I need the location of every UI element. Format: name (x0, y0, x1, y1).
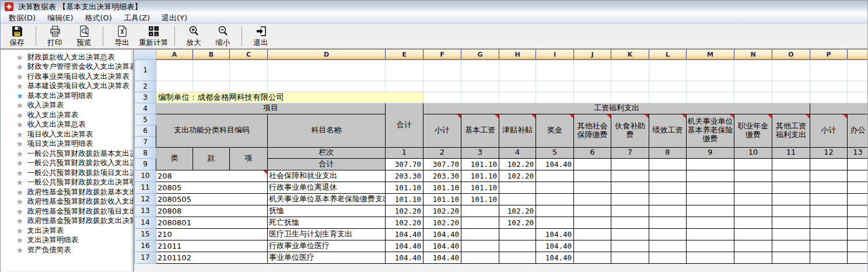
empty-cell[interactable] (734, 81, 772, 92)
sidebar-item-report[interactable]: ★政府性基金预算财政拨款支出决算明细表 (1, 217, 133, 226)
toolbar-button-print[interactable]: 打印 (40, 24, 69, 48)
value-cell[interactable]: 104.40 (386, 228, 424, 240)
empty-cell[interactable] (649, 92, 687, 103)
value-cell[interactable] (687, 205, 734, 217)
header-column-number[interactable]: 2 (424, 147, 461, 158)
value-cell[interactable]: 102.20 (499, 217, 536, 228)
value-cell[interactable] (772, 182, 810, 193)
sidebar-item-report[interactable]: ★资产负债简表 (1, 245, 133, 255)
empty-cell[interactable] (386, 81, 424, 92)
header-column-number[interactable]: 8 (649, 147, 687, 158)
value-cell[interactable] (499, 193, 536, 205)
empty-cell[interactable] (810, 81, 848, 92)
row-header[interactable]: 11 (135, 182, 156, 193)
value-cell[interactable]: 102.20 (386, 205, 424, 217)
value-cell[interactable] (611, 182, 649, 193)
empty-cell[interactable] (424, 81, 461, 92)
total-value-cell[interactable]: 102.20 (499, 158, 536, 170)
menu-item-d[interactable]: 数据(D) (3, 12, 41, 25)
header-column-number[interactable]: 11 (772, 147, 810, 158)
empty-cell[interactable] (810, 92, 848, 103)
value-cell[interactable] (649, 205, 687, 217)
empty-cell[interactable] (536, 81, 574, 92)
subject-name-cell[interactable]: 死亡抚恤 (268, 217, 386, 228)
value-cell[interactable] (687, 193, 734, 205)
value-cell[interactable] (848, 217, 868, 228)
empty-cell[interactable] (193, 81, 230, 92)
subject-name-cell[interactable]: 事业单位医疗 (268, 252, 386, 263)
value-cell[interactable] (734, 193, 772, 205)
subject-name-cell[interactable]: 医疗卫生与计划生育支出 (268, 228, 386, 240)
value-cell[interactable]: 104.40 (386, 252, 424, 263)
empty-cell[interactable] (499, 92, 536, 103)
column-header-J[interactable]: J (574, 50, 611, 60)
value-cell[interactable] (649, 170, 687, 182)
value-cell[interactable]: 101.10 (386, 182, 424, 193)
total-value-cell[interactable] (734, 158, 772, 170)
empty-cell[interactable] (611, 92, 649, 103)
total-value-cell[interactable] (574, 158, 611, 170)
value-cell[interactable]: 104.40 (424, 228, 461, 240)
value-cell[interactable] (810, 205, 848, 217)
value-cell[interactable] (611, 193, 649, 205)
row-header[interactable]: 12 (135, 193, 156, 205)
row-header[interactable]: 3 (135, 92, 156, 103)
header-column[interactable]: 绩效工资 (649, 114, 687, 147)
value-cell[interactable] (536, 170, 574, 182)
value-cell[interactable] (499, 182, 536, 193)
value-cell[interactable]: 104.40 (536, 240, 574, 252)
empty-cell[interactable] (536, 60, 574, 81)
code-cell[interactable]: 210 (156, 228, 268, 240)
value-cell[interactable]: 101.10 (424, 193, 461, 205)
value-cell[interactable] (772, 170, 810, 182)
empty-cell[interactable] (734, 92, 772, 103)
value-cell[interactable] (611, 205, 649, 217)
value-cell[interactable] (848, 240, 868, 252)
column-header-E[interactable]: E (386, 50, 424, 60)
header-column-number[interactable]: 6 (574, 147, 611, 158)
total-value-cell[interactable]: 307.70 (386, 158, 424, 170)
value-cell[interactable]: 102.20 (499, 170, 536, 182)
value-cell[interactable] (461, 240, 499, 252)
header-column[interactable]: 伙食补助费 (611, 114, 649, 147)
row-header[interactable]: 10 (135, 170, 156, 182)
column-header-N[interactable]: N (734, 50, 772, 60)
empty-cell[interactable] (649, 60, 687, 81)
code-cell[interactable]: 2080505 (156, 193, 268, 205)
header-column[interactable]: 小计 (810, 114, 848, 147)
column-header-B[interactable]: B (193, 50, 230, 60)
value-cell[interactable] (810, 170, 848, 182)
sidebar-item-report[interactable]: ★收入支出决算总表 (1, 120, 133, 130)
row-header[interactable]: 13 (135, 205, 156, 217)
row-header[interactable]: 8 (135, 147, 156, 158)
empty-cell[interactable] (156, 81, 193, 92)
empty-cell[interactable] (848, 92, 868, 103)
value-cell[interactable] (734, 182, 772, 193)
header-fund[interactable]: 款 (193, 147, 230, 170)
empty-cell[interactable] (611, 81, 649, 92)
value-cell[interactable] (734, 217, 772, 228)
value-cell[interactable] (810, 252, 848, 263)
value-cell[interactable] (574, 217, 611, 228)
header-column-number[interactable]: 9 (687, 147, 734, 158)
row-header[interactable]: 9 (135, 158, 156, 170)
value-cell[interactable] (499, 240, 536, 252)
empty-cell[interactable] (772, 81, 810, 92)
value-cell[interactable]: 101.10 (461, 170, 499, 182)
value-cell[interactable] (611, 252, 649, 263)
header-column[interactable]: 其他工资福利支出 (772, 114, 810, 147)
value-cell[interactable] (574, 193, 611, 205)
column-header-F[interactable]: F (424, 50, 461, 60)
column-header-O[interactable]: O (772, 50, 810, 60)
empty-cell[interactable] (268, 60, 386, 81)
value-cell[interactable] (574, 170, 611, 182)
total-value-cell[interactable]: 104.40 (536, 158, 574, 170)
toolbar-button-preview[interactable]: 预览 (69, 24, 99, 48)
code-cell[interactable]: 208 (156, 170, 268, 182)
sidebar-item-report[interactable]: ★一般公共预算财政拨款项目支出决算明细表 (1, 168, 133, 178)
empty-cell[interactable] (268, 81, 386, 92)
empty-cell[interactable] (499, 60, 536, 81)
value-cell[interactable] (810, 217, 848, 228)
empty-cell[interactable] (848, 81, 868, 92)
sidebar-item-report[interactable]: ★收入决算表 (1, 101, 133, 111)
